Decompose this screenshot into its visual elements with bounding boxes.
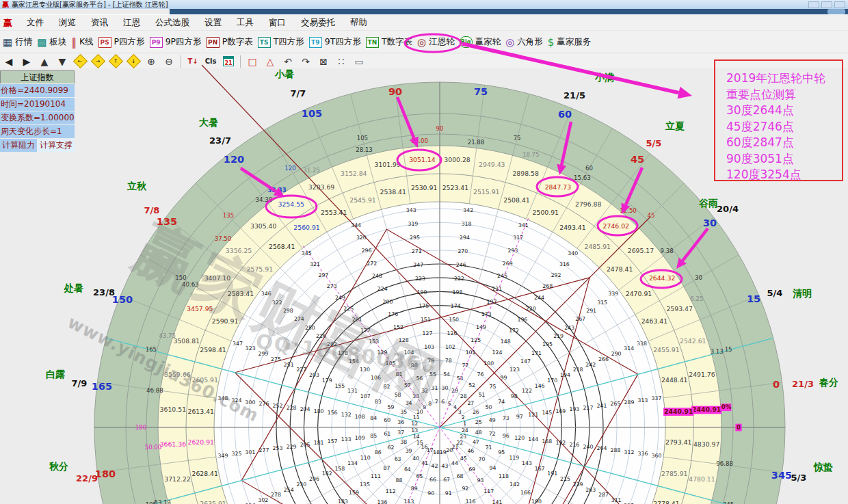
presentation-button[interactable]: ▭ xyxy=(350,55,368,68)
svg-text:32: 32 xyxy=(421,388,428,394)
svg-text:2463.41: 2463.41 xyxy=(641,317,668,325)
svg-text:93: 93 xyxy=(477,477,483,483)
svg-text:251: 251 xyxy=(284,362,294,368)
menu-item-交易委托[interactable]: 交易委托 xyxy=(293,17,343,29)
svg-text:150: 150 xyxy=(175,274,186,281)
toolbar-button-winner-wheel[interactable]: Big赢家轮 xyxy=(460,36,501,48)
svg-text:2500.91: 2500.91 xyxy=(533,209,559,216)
svg-text:3203.69: 3203.69 xyxy=(308,183,335,191)
svg-text:大暑: 大暑 xyxy=(199,117,218,128)
svg-text:193: 193 xyxy=(569,406,579,412)
calendar-button[interactable]: 21 xyxy=(220,55,237,68)
svg-text:289: 289 xyxy=(624,399,635,406)
svg-text:3152.84: 3152.84 xyxy=(341,170,367,177)
rotate-cw-button[interactable]: ↷ xyxy=(297,55,315,68)
toolbar-button-kline[interactable]: ‖K线 xyxy=(71,36,93,48)
close-button[interactable] xyxy=(834,1,845,8)
zoom-in-button[interactable]: ⊕ xyxy=(142,55,160,68)
nav-up-button[interactable]: ▲ xyxy=(36,55,53,68)
menu-item-工具[interactable]: 工具 xyxy=(229,17,261,29)
menu-item-浏览[interactable]: 浏览 xyxy=(51,17,83,29)
highlight-circle-3254.55 xyxy=(266,196,317,217)
svg-text:297: 297 xyxy=(318,272,328,278)
svg-text:66: 66 xyxy=(429,477,436,483)
wheel-overlays xyxy=(106,65,773,504)
toolbar-button-service[interactable]: $赢家服务 xyxy=(548,36,592,48)
delete-box-button[interactable]: ⊠ xyxy=(315,55,332,68)
svg-text:288: 288 xyxy=(611,447,621,453)
svg-text:2644.32: 2644.32 xyxy=(649,274,675,282)
svg-text:69: 69 xyxy=(468,466,475,473)
menu-item-帮助[interactable]: 帮助 xyxy=(343,17,375,29)
svg-text:180: 180 xyxy=(95,468,116,479)
calc-resistance-button[interactable]: 计算阻力 xyxy=(0,139,37,152)
svg-text:120: 120 xyxy=(514,435,525,441)
svg-text:53.13: 53.13 xyxy=(154,499,171,504)
menu-item-公式选股[interactable]: 公式选股 xyxy=(148,17,197,29)
pan-down-button[interactable]: ↓ xyxy=(124,55,142,68)
svg-text:317: 317 xyxy=(513,235,523,241)
svg-text:2590.91: 2590.91 xyxy=(212,317,239,325)
pan-left-icon: ← xyxy=(72,54,87,68)
svg-text:135: 135 xyxy=(157,216,177,227)
svg-text:76: 76 xyxy=(477,371,483,377)
fit-window-button[interactable]: ∷ xyxy=(332,55,350,68)
toolbar-button-p-square[interactable]: PSP四方形 xyxy=(98,36,145,48)
svg-text:2568.41: 2568.41 xyxy=(269,243,295,250)
zoom-out-button[interactable]: ⊖ xyxy=(160,55,178,68)
svg-text:156: 156 xyxy=(328,410,338,416)
nav-prev-button[interactable]: ◀ xyxy=(0,55,18,68)
svg-text:秋分: 秋分 xyxy=(49,461,68,472)
draw-triangle-button[interactable]: △ xyxy=(261,55,279,68)
toolbar-button-t-square[interactable]: TST四方形 xyxy=(258,36,304,48)
draw-square-button[interactable]: □ xyxy=(243,55,261,68)
menu-item-资讯[interactable]: 资讯 xyxy=(83,17,116,29)
toolbar-button-p-table[interactable]: PNP数字表 xyxy=(207,36,253,48)
cls-button[interactable]: Cls xyxy=(202,55,220,68)
toolbar-label: K线 xyxy=(79,36,94,48)
menu-item-设置[interactable]: 设置 xyxy=(197,17,229,29)
svg-text:150: 150 xyxy=(449,317,459,323)
svg-text:3: 3 xyxy=(458,409,462,415)
nav-next-button[interactable]: ▶ xyxy=(18,55,36,68)
t-table-icon: TN xyxy=(366,37,379,48)
svg-text:300: 300 xyxy=(246,399,256,406)
window-titlebar[interactable]: 赢 赢家江恩专业版[赢家服务平台] - [上证指数 江恩轮] xyxy=(0,0,848,9)
svg-text:15: 15 xyxy=(725,346,732,353)
menu-item-江恩[interactable]: 江恩 xyxy=(116,17,148,29)
svg-text:133: 133 xyxy=(341,436,352,442)
toolbar-button-t-table[interactable]: TNT数字表 xyxy=(366,36,412,48)
menu-item-窗口[interactable]: 窗口 xyxy=(261,17,293,29)
nav-down-button[interactable]: ▼ xyxy=(53,55,71,68)
svg-text:2538.41: 2538.41 xyxy=(380,188,406,196)
toolbar-button-quotes[interactable]: ▦行情 xyxy=(3,36,32,48)
svg-text:111: 111 xyxy=(371,473,381,479)
svg-text:20/4: 20/4 xyxy=(717,204,739,214)
highlight-circle-2644.32 xyxy=(641,270,682,288)
svg-text:200: 200 xyxy=(383,299,393,305)
calc-support-button[interactable]: 计算支撑 xyxy=(38,139,75,152)
svg-text:77: 77 xyxy=(462,362,468,369)
svg-text:108: 108 xyxy=(355,414,365,420)
svg-text:128: 128 xyxy=(399,337,409,343)
pan-up-button[interactable]: ↑ xyxy=(107,55,124,68)
toolbar-button-hexagon[interactable]: ◎六角形 xyxy=(505,36,543,48)
svg-text:2470.91: 2470.91 xyxy=(626,290,652,297)
wheel-radials xyxy=(94,82,785,504)
pan-left-button[interactable]: ← xyxy=(71,55,89,68)
number-spiral: 1234567891011121314151617181920212223242… xyxy=(217,207,661,504)
t-scale-button[interactable]: T↓ xyxy=(184,55,202,68)
maximize-button[interactable] xyxy=(821,1,832,8)
svg-text:11: 11 xyxy=(413,414,420,421)
toolbar-button-sectors[interactable]: ▩板块 xyxy=(37,36,66,48)
svg-text:290: 290 xyxy=(611,351,622,357)
minimize-button[interactable] xyxy=(808,1,819,8)
toolbar-button-gann-wheel[interactable]: ◎江恩轮 xyxy=(417,36,455,48)
toolbar-button-9p-square[interactable]: P99P四方形 xyxy=(150,36,202,48)
window-controls[interactable] xyxy=(808,1,845,8)
toolbar-button-9t-square[interactable]: T99T四方形 xyxy=(309,36,361,48)
menu-item-文件[interactable]: 文件 xyxy=(19,17,51,29)
rotate-ccw-button[interactable]: ↶ xyxy=(279,55,297,68)
pan-right-button[interactable]: → xyxy=(89,55,107,68)
svg-text:0: 0 xyxy=(773,379,780,390)
